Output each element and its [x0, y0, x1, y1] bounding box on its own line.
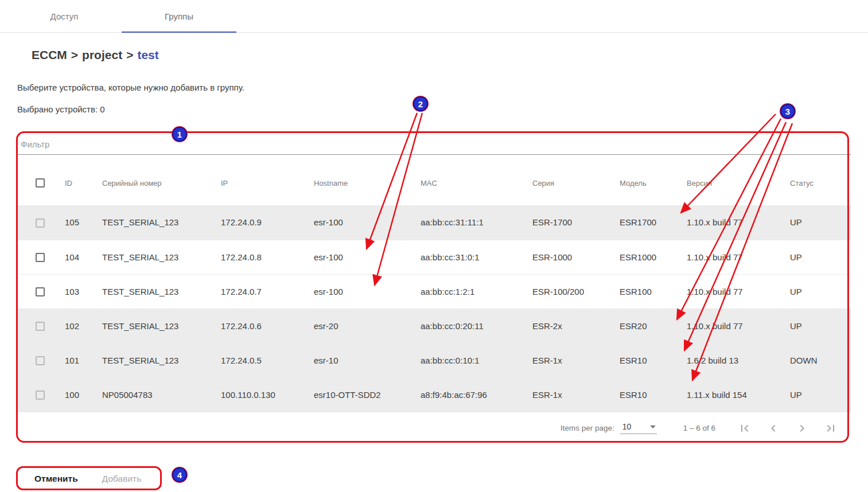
previous-page-icon[interactable]	[766, 421, 780, 435]
cell-serial-number: TEST_SERIAL_123	[102, 309, 221, 343]
tab-groups[interactable]: Группы	[122, 0, 236, 32]
row-checkbox[interactable]	[36, 356, 45, 365]
cell-version: 1.10.x build 77	[687, 205, 790, 240]
cancel-button[interactable]: Отменить	[34, 473, 78, 484]
row-checkbox-cell	[17, 377, 65, 412]
first-page-icon[interactable]	[738, 421, 752, 435]
tab-groups-label: Группы	[165, 11, 193, 21]
pager-icons	[730, 421, 845, 435]
paginator: Items per page: 10 1 – 6 of 6	[17, 412, 851, 444]
cell-hostname: esr-20	[314, 309, 421, 343]
cell-mac: aa:bb:cc:0:10:1	[421, 343, 532, 377]
select-all-checkbox[interactable]	[36, 178, 45, 188]
cell-id: 100	[65, 377, 102, 412]
cell-series: ESR-2x	[532, 309, 620, 343]
row-checkbox[interactable]	[36, 218, 45, 228]
cell-status: DOWN	[790, 343, 851, 377]
cell-ip: 100.110.0.130	[221, 377, 314, 412]
table-row[interactable]: 102 TEST_SERIAL_123 172.24.0.6 esr-20 aa…	[17, 309, 851, 343]
devices-table-panel: IDСерийный номерIPHostnameMACСерияМодель…	[17, 132, 851, 444]
cell-model: ESR1700	[620, 205, 687, 240]
cell-version: 1.11.x build 154	[687, 377, 790, 412]
last-page-icon[interactable]	[824, 421, 838, 435]
table-row[interactable]: 101 TEST_SERIAL_123 172.24.0.5 esr-10 aa…	[17, 343, 851, 377]
cell-model: ESR20	[620, 309, 687, 343]
filter-input[interactable]	[17, 132, 851, 155]
row-checkbox-cell	[17, 309, 65, 343]
breadcrumb-item-eccm[interactable]: ECCM	[32, 48, 67, 61]
column-header: IP	[221, 155, 314, 205]
next-page-icon[interactable]	[795, 421, 809, 435]
cell-hostname: esr-10	[314, 343, 421, 377]
cell-hostname: esr-100	[314, 240, 421, 274]
cell-series: ESR-1700	[532, 205, 620, 240]
cell-id: 104	[65, 240, 102, 274]
cell-ip: 172.24.0.9	[221, 205, 314, 240]
row-checkbox[interactable]	[36, 322, 45, 331]
items-per-page-label: Items per page:	[560, 424, 614, 432]
cell-series: ESR-1x	[532, 377, 620, 412]
column-header: MAC	[421, 155, 532, 205]
cell-mac: a8:f9:4b:ac:67:96	[421, 377, 532, 412]
column-header: Модель	[620, 155, 687, 205]
cell-id: 103	[65, 274, 102, 309]
cell-series: ESR-1x	[532, 343, 620, 377]
cell-model: ESR10	[620, 377, 687, 412]
row-checkbox-cell	[17, 240, 65, 274]
cell-ip: 172.24.0.8	[221, 240, 314, 274]
table-row[interactable]: 104 TEST_SERIAL_123 172.24.0.8 esr-100 a…	[17, 240, 851, 274]
tab-access-label: Доступ	[50, 11, 79, 21]
cell-series: ESR-1000	[532, 240, 620, 274]
column-header: Статус	[790, 155, 851, 205]
dropdown-caret-icon	[650, 425, 656, 428]
cell-status: UP	[790, 240, 851, 274]
select-all-header-cell	[17, 155, 65, 205]
breadcrumb-separator: >	[126, 48, 133, 61]
row-checkbox[interactable]	[36, 253, 45, 262]
cell-serial-number: TEST_SERIAL_123	[102, 343, 221, 377]
tab-bar: Доступ Группы	[0, 0, 868, 33]
cell-hostname: esr-100	[314, 274, 421, 309]
breadcrumb-item-project[interactable]: project	[82, 48, 122, 61]
cell-status: UP	[790, 309, 851, 343]
cell-serial-number: TEST_SERIAL_123	[102, 274, 221, 309]
cell-model: ESR10	[620, 343, 687, 377]
page-range-label: 1 – 6 of 6	[683, 424, 715, 432]
breadcrumb: ECCM>project>test	[32, 48, 851, 62]
table-row[interactable]: 100 NP05004783 100.110.0.130 esr10-OTT-S…	[17, 377, 851, 412]
cell-status: UP	[790, 205, 851, 240]
table-row[interactable]: 103 TEST_SERIAL_123 172.24.0.7 esr-100 a…	[17, 274, 851, 309]
tab-access[interactable]: Доступ	[7, 0, 122, 32]
cell-version: 1.6.2 build 13	[687, 343, 790, 377]
cell-mac: aa:bb:cc:0:20:11	[421, 309, 532, 343]
cell-ip: 172.24.0.7	[221, 274, 314, 309]
main-content: ECCM>project>test Выберите устройства, к…	[0, 48, 868, 484]
cell-id: 101	[65, 343, 102, 377]
cell-serial-number: TEST_SERIAL_123	[102, 240, 221, 274]
cell-serial-number: TEST_SERIAL_123	[102, 205, 221, 240]
column-header: Hostname	[314, 155, 421, 205]
add-button[interactable]: Добавить	[102, 473, 142, 484]
cell-version: 1.10.x build 77	[687, 309, 790, 343]
instruction-text: Выберите устройства, которые нужно добав…	[17, 83, 851, 93]
table-header-row: IDСерийный номерIPHostnameMACСерияМодель…	[17, 155, 851, 205]
selected-count-text: Выбрано устройств: 0	[17, 104, 851, 115]
cell-model: ESR100	[620, 274, 687, 309]
items-per-page-select[interactable]: 10	[620, 422, 657, 434]
cell-series: ESR-100/200	[532, 274, 620, 309]
row-checkbox-cell	[17, 343, 65, 377]
devices-table: IDСерийный номерIPHostnameMACСерияМодель…	[17, 155, 851, 412]
row-checkbox[interactable]	[36, 287, 45, 296]
breadcrumb-item-test[interactable]: test	[137, 48, 158, 61]
cell-serial-number: NP05004783	[102, 377, 221, 412]
column-header: Серийный номер	[102, 155, 221, 205]
cell-mac: aa:bb:cc:1:2:1	[421, 274, 532, 309]
cell-model: ESR1000	[620, 240, 687, 274]
cell-id: 102	[65, 309, 102, 343]
cell-mac: aa:bb:cc:31:0:1	[421, 240, 532, 274]
row-checkbox[interactable]	[36, 391, 45, 400]
breadcrumb-separator: >	[71, 48, 78, 61]
table-row[interactable]: 105 TEST_SERIAL_123 172.24.0.9 esr-100 a…	[17, 205, 851, 240]
cell-id: 105	[65, 205, 102, 240]
row-checkbox-cell	[17, 205, 65, 240]
